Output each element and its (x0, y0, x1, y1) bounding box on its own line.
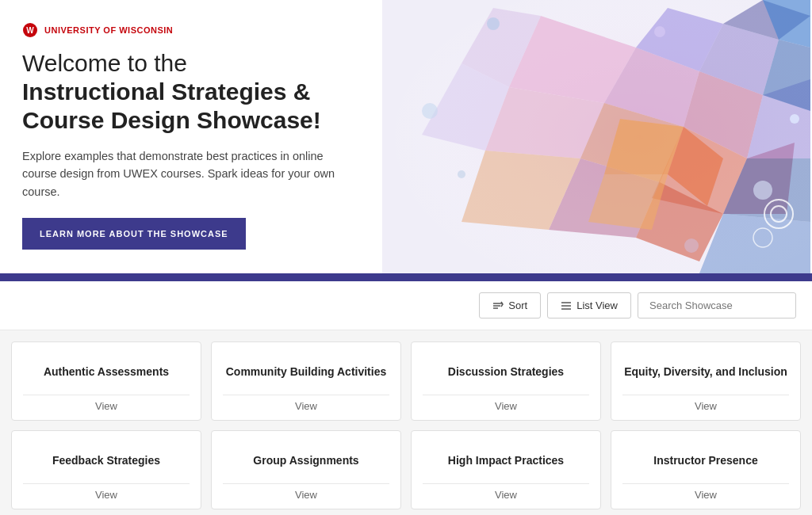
svg-point-28 (753, 181, 772, 200)
logo: W UNIVERSITY OF WISCONSIN (22, 22, 357, 38)
logo-text: UNIVERSITY OF WISCONSIN (44, 25, 173, 35)
svg-text:W: W (26, 26, 34, 35)
card-view-link[interactable]: View (95, 489, 117, 501)
card-title: Group Assignments (253, 447, 358, 475)
sort-icon (492, 300, 504, 311)
svg-point-32 (422, 103, 438, 119)
sort-button[interactable]: Sort (479, 292, 541, 319)
card-view-link[interactable]: View (295, 489, 317, 501)
card-title: Discussion Strategies (448, 358, 564, 387)
card-title: Feedback Strategies (52, 447, 160, 475)
card-title: Instructor Presence (653, 447, 758, 475)
card-title: High Impact Practices (448, 447, 564, 475)
showcase-card: Community Building Activities View (211, 341, 401, 421)
showcase-card: Group Assignments View (211, 430, 401, 509)
card-divider (223, 483, 389, 484)
svg-point-30 (458, 170, 465, 178)
hero-image (381, 0, 812, 273)
hero-description: Explore examples that demonstrate best p… (22, 147, 339, 200)
card-divider (622, 483, 789, 484)
showcase-card: Feedback Strategies View (11, 430, 201, 509)
list-view-icon (561, 300, 572, 311)
card-divider (23, 395, 190, 395)
svg-point-29 (790, 114, 799, 124)
card-view-link[interactable]: View (95, 400, 117, 412)
card-divider (23, 483, 190, 484)
svg-point-31 (654, 26, 665, 37)
card-view-link[interactable]: View (695, 489, 717, 501)
hero-title-light: Welcome to the (22, 49, 357, 78)
list-view-button[interactable]: List View (547, 292, 631, 319)
card-divider (423, 395, 589, 395)
card-view-link[interactable]: View (495, 400, 517, 412)
card-title: Equity, Diversity, and Inclusion (624, 358, 787, 387)
card-view-link[interactable]: View (295, 400, 317, 412)
showcase-grid: Authentic Assessments View Community Bui… (0, 330, 812, 515)
showcase-card: High Impact Practices View (411, 430, 601, 509)
uw-logo-icon: W (22, 22, 38, 38)
card-view-link[interactable]: View (695, 400, 717, 412)
showcase-card: Instructor Presence View (611, 430, 801, 509)
showcase-card: Discussion Strategies View (411, 341, 601, 421)
search-input[interactable] (638, 292, 796, 319)
card-title: Community Building Activities (226, 358, 387, 387)
svg-point-27 (487, 17, 500, 30)
hero-content: W UNIVERSITY OF WISCONSIN Welcome to the… (0, 0, 381, 273)
card-divider (223, 395, 389, 395)
controls-bar: Sort List View (0, 281, 812, 330)
learn-more-button[interactable]: LEARN MORE ABOUT THE SHOWCASE (22, 218, 246, 250)
purple-divider (0, 273, 812, 281)
showcase-card: Equity, Diversity, and Inclusion View (611, 341, 801, 421)
hero-title-bold: Instructional Strategies & Course Design… (22, 78, 357, 135)
card-title: Authentic Assessments (44, 358, 169, 387)
card-view-link[interactable]: View (495, 489, 517, 501)
hero-section: W UNIVERSITY OF WISCONSIN Welcome to the… (0, 0, 812, 273)
svg-point-33 (684, 238, 699, 253)
hero-decorative-graphic (381, 0, 812, 273)
card-divider (423, 483, 589, 484)
showcase-card: Authentic Assessments View (11, 341, 201, 421)
card-divider (622, 395, 789, 395)
